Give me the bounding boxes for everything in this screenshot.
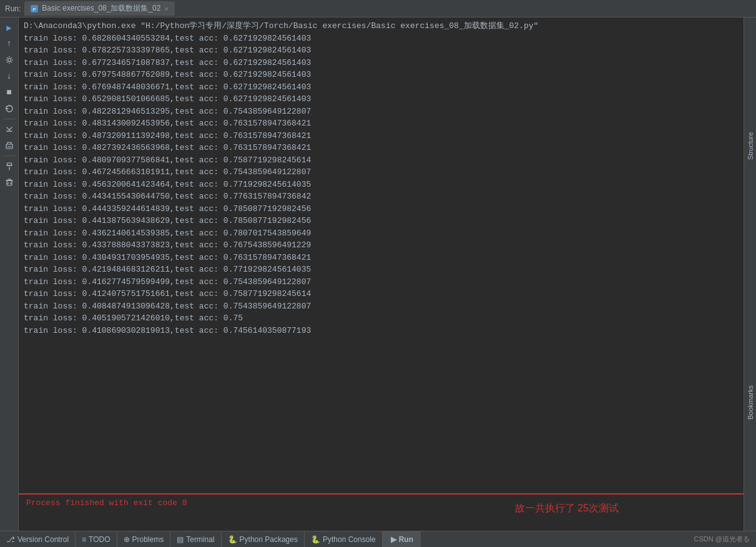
status-tab-problems[interactable]: ⊕ Problems <box>117 531 171 547</box>
status-tab-python-console[interactable]: 🐍 Python Console <box>305 531 383 547</box>
annotation-area: Process finished with exit code 0 故一共执行了… <box>19 493 744 531</box>
python-packages-icon: 🐍 <box>228 535 237 544</box>
output-line: train loss: 0.6772346571087837,test acc:… <box>24 57 739 69</box>
run-tab[interactable]: P Basic exercises_08_加载数据集_02 × <box>24 1 175 16</box>
credit-text: CSDN @追光者る <box>688 535 756 544</box>
output-line: train loss: 0.4822812946513295,test acc:… <box>24 106 739 118</box>
scroll-up-btn[interactable]: ↑ <box>2 36 17 51</box>
status-bar: ⎇ Version Control ≡ TODO ⊕ Problems ▤ Te… <box>0 531 756 547</box>
tab-close-btn[interactable]: × <box>164 5 168 12</box>
scroll-to-end-btn[interactable] <box>2 122 17 137</box>
python-packages-label: Python Packages <box>240 535 298 544</box>
print-btn[interactable] <box>2 138 17 153</box>
version-control-label: Version Control <box>17 535 69 544</box>
python-console-label: Python Console <box>323 535 376 544</box>
output-line: train loss: 0.4162774579599499,test acc:… <box>24 276 739 288</box>
output-line: train loss: 0.6797548867762089,test acc:… <box>24 69 739 81</box>
output-line: train loss: 0.4434155430644750,test acc:… <box>24 190 739 203</box>
run-btn-icon: ▶ <box>391 535 396 544</box>
command-line: D:\Anaconda3\python.exe "H:/Python学习专用/深… <box>24 20 739 32</box>
left-toolbar: ▶ ↑ ↓ ■ <box>0 17 19 531</box>
output-line: train loss: 0.6769487448036671,test acc:… <box>24 81 739 94</box>
output-line: train loss: 0.4809709377586841,test acc:… <box>24 154 739 167</box>
output-line: train loss: 0.4051905721426010,test acc:… <box>24 312 739 325</box>
svg-rect-8 <box>7 180 12 185</box>
toolbar-sep2 <box>3 155 16 156</box>
output-line: train loss: 0.4362140614539385,test acc:… <box>24 227 739 240</box>
python-tab-icon: P <box>31 5 38 12</box>
problems-label: Problems <box>132 535 164 544</box>
scroll-down-btn[interactable]: ↓ <box>2 69 17 84</box>
terminal-label: Terminal <box>186 535 214 544</box>
status-tab-version-control[interactable]: ⎇ Version Control <box>0 531 76 547</box>
run-button[interactable]: ▶ Run <box>383 531 421 547</box>
output-line: train loss: 0.6529081501066685,test acc:… <box>24 93 739 106</box>
terminal-icon: ▤ <box>177 535 184 544</box>
main-area: ▶ ↑ ↓ ■ <box>0 17 756 531</box>
run-btn-toolbar[interactable]: ▶ <box>2 20 17 35</box>
svg-point-2 <box>7 59 11 62</box>
run-btn-label: Run <box>399 535 413 544</box>
python-console-icon: 🐍 <box>311 535 320 544</box>
output-container[interactable]: D:\Anaconda3\python.exe "H:/Python学习专用/深… <box>19 17 744 493</box>
toolbar-sep1 <box>3 119 16 119</box>
output-line: train loss: 0.4873209111392498,test acc:… <box>24 130 739 142</box>
output-line: train loss: 0.4413875639438629,test acc:… <box>24 215 739 227</box>
output-line: train loss: 0.4831430092453956,test acc:… <box>24 117 739 130</box>
output-line: train loss: 0.4672456663101911,test acc:… <box>24 166 739 179</box>
output-line: train loss: 0.6828604340553284,test acc:… <box>24 32 739 45</box>
bookmarks-sidebar[interactable]: Bookmarks <box>744 274 756 531</box>
settings-btn[interactable] <box>2 52 17 67</box>
process-finished-text: Process finished with exit code 0 <box>26 498 736 508</box>
todo-icon: ≡ <box>82 535 86 544</box>
status-tab-python-packages[interactable]: 🐍 Python Packages <box>222 531 305 547</box>
output-line: train loss: 0.4084874913096428,test acc:… <box>24 300 739 313</box>
pin-btn[interactable] <box>2 159 17 174</box>
output-line: train loss: 0.4443359244614839,test acc:… <box>24 203 739 215</box>
status-tab-terminal[interactable]: ▤ Terminal <box>170 531 221 547</box>
stop-btn[interactable]: ■ <box>2 85 17 100</box>
delete-output-btn[interactable] <box>2 175 17 190</box>
output-line: train loss: 0.4108690302819013,test acc:… <box>24 325 739 337</box>
version-control-icon: ⎇ <box>6 535 15 544</box>
output-line: train loss: 0.4827392436563968,test acc:… <box>24 142 739 154</box>
svg-text:P: P <box>33 6 36 12</box>
status-tab-todo[interactable]: ≡ TODO <box>76 531 117 547</box>
rerun-btn[interactable] <box>2 101 17 116</box>
run-label: Run: <box>5 4 21 13</box>
structure-sidebar[interactable]: Structure <box>744 17 756 274</box>
output-line: train loss: 0.4124075751751661,test acc:… <box>24 288 739 300</box>
output-line: train loss: 0.6782257333397865,test acc:… <box>24 44 739 57</box>
console-area: D:\Anaconda3\python.exe "H:/Python学习专用/深… <box>19 17 744 531</box>
output-line: train loss: 0.4304931703954935,test acc:… <box>24 252 739 264</box>
output-line: train loss: 0.4563200641423464,test acc:… <box>24 179 739 191</box>
problems-icon: ⊕ <box>124 535 130 544</box>
title-bar: Run: P Basic exercises_08_加载数据集_02 × <box>0 0 756 17</box>
todo-label: TODO <box>89 535 110 544</box>
annotation-note: 故一共执行了 25次测试 <box>515 502 619 515</box>
output-line: train loss: 0.4337888043373823,test acc:… <box>24 239 739 252</box>
tab-title: Basic exercises_08_加载数据集_02 <box>42 3 160 14</box>
output-line: train loss: 0.4219484683126211,test acc:… <box>24 264 739 276</box>
